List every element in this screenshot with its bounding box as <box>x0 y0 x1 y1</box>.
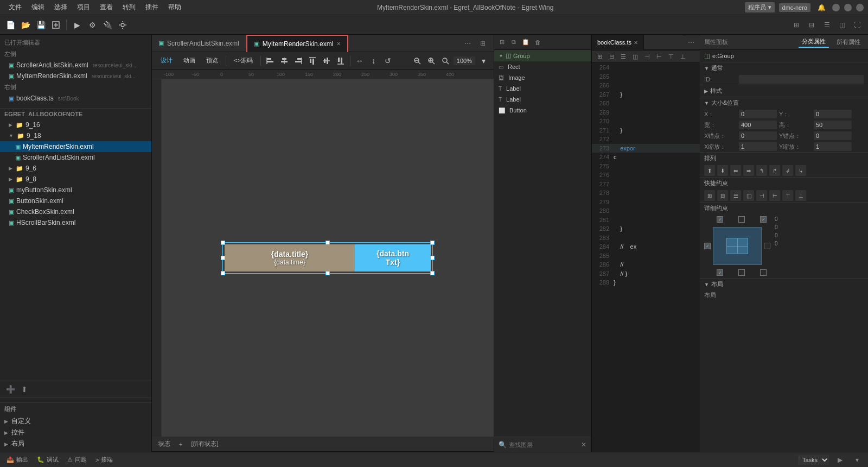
constraint-bottom-left[interactable] <box>717 269 723 276</box>
code-align7[interactable]: ⊤ <box>666 51 676 62</box>
flip-h-button[interactable]: ↔ <box>354 55 366 67</box>
zoom-dropdown-button[interactable]: ▾ <box>477 55 489 67</box>
constraint-top-right[interactable] <box>760 216 767 223</box>
code-align4[interactable]: ◫ <box>630 51 641 62</box>
user-badge[interactable]: 程序员 ▾ <box>745 2 774 12</box>
save-all-button[interactable] <box>50 19 62 31</box>
full-icon[interactable]: ⛶ <box>851 18 864 31</box>
all-states-tab[interactable]: [所有状态] <box>189 439 220 449</box>
save-button[interactable]: 💾 <box>35 19 47 31</box>
split-editor-button[interactable]: ⊞ <box>476 37 489 50</box>
debug-tab[interactable]: 🐛 调试 <box>35 455 61 465</box>
run-button[interactable]: ▶ <box>71 19 83 31</box>
rotate-button[interactable]: ↺ <box>382 55 394 67</box>
right-file-bookclass[interactable]: ▣ bookClass.ts src\Book <box>0 93 151 104</box>
props-tab-all[interactable]: 所有属性 <box>833 37 864 47</box>
flip-v-button[interactable]: ↕ <box>368 55 380 67</box>
design-element[interactable]: {data.title} {data.time} {data.btn Txt} <box>225 244 431 272</box>
code-align5[interactable]: ⊣ <box>642 51 653 62</box>
add-state-button[interactable]: + <box>177 440 184 449</box>
tree-item-mybuttonskin[interactable]: ▣ myButtonSkin.exml <box>0 185 151 195</box>
shortcut-btn-8[interactable]: ⊥ <box>795 190 806 201</box>
common-section-title[interactable]: ▼ 通常 <box>700 62 868 74</box>
handle-tr[interactable] <box>430 241 435 245</box>
align-btn-6[interactable]: ↱ <box>769 165 780 176</box>
shortcut-btn-3[interactable]: ☰ <box>730 190 741 201</box>
align-btn-7[interactable]: ↲ <box>782 165 793 176</box>
x-input[interactable] <box>739 110 777 118</box>
layer-label2[interactable]: T Label <box>494 94 591 105</box>
align-right-button[interactable] <box>292 55 304 67</box>
layer-copy-button[interactable]: ⧉ <box>508 37 519 48</box>
canvas-content[interactable]: {data.title} {data.time} {data.btn Txt} <box>162 79 494 437</box>
handle-bc[interactable] <box>326 271 330 275</box>
tree-item-9_18[interactable]: ▼ 📁 9_18 <box>0 130 151 141</box>
id-input[interactable] <box>739 75 864 84</box>
state-tab[interactable]: 状态 <box>156 439 173 449</box>
plugin-button[interactable]: 🔌 <box>101 19 113 31</box>
align-btn-8[interactable]: ↳ <box>795 165 806 176</box>
w-input[interactable] <box>739 121 777 129</box>
layer-search-close[interactable]: ✕ <box>581 441 586 449</box>
tree-item-myitem-skin[interactable]: ▣ MyItemRenderSkin.exml <box>0 141 151 152</box>
align-left-button[interactable] <box>264 55 276 67</box>
yanchor-input[interactable] <box>814 131 852 140</box>
code-align8[interactable]: ⊥ <box>678 51 688 62</box>
shortcut-btn-1[interactable]: ⊞ <box>704 190 715 201</box>
comp-custom[interactable]: ▶ 自定义 <box>0 415 151 427</box>
problems-tab[interactable]: ⚠ 问题 <box>65 455 89 465</box>
task-run-icon[interactable]: ▶ <box>833 453 846 466</box>
menu-plugin[interactable]: 插件 <box>141 2 163 13</box>
notification-icon[interactable]: 🔔 <box>815 1 828 14</box>
comp-layout[interactable]: ▶ 布局 <box>0 438 151 450</box>
constraint-top-center[interactable] <box>738 216 745 223</box>
menu-goto[interactable]: 转到 <box>118 2 140 13</box>
y-input[interactable] <box>814 110 852 118</box>
code-align6[interactable]: ⊢ <box>654 51 665 62</box>
zoom-value[interactable]: 100% <box>454 56 475 65</box>
settings-button[interactable] <box>117 19 129 31</box>
layer-grid-button[interactable]: ⊞ <box>496 37 507 48</box>
align-btn-1[interactable]: ⬆ <box>704 165 715 176</box>
shortcut-btn-4[interactable]: ◫ <box>743 190 754 201</box>
align-top-button[interactable] <box>307 55 318 67</box>
layer-label1[interactable]: T Label <box>494 83 591 94</box>
terminal-tab[interactable]: > 接端 <box>93 455 115 465</box>
design-mode-button[interactable]: 设计 <box>156 55 177 66</box>
xscale-input[interactable] <box>739 142 777 151</box>
comp-control[interactable]: ▶ 控件 <box>0 427 151 438</box>
size-section-title[interactable]: ▼ 大小&位置 <box>700 97 868 109</box>
build-button[interactable]: ⚙ <box>86 19 98 31</box>
layout-icon[interactable]: ⊞ <box>790 18 803 31</box>
menu-view[interactable]: 查看 <box>95 2 117 13</box>
layer-paste-button[interactable]: 📋 <box>520 37 531 48</box>
new-file-button[interactable]: 📄 <box>4 19 16 31</box>
constraint-bottom-center[interactable] <box>738 269 745 276</box>
align-btn-5[interactable]: ↰ <box>756 165 767 176</box>
align-btn-4[interactable]: ➡ <box>743 165 754 176</box>
tree-item-9_16[interactable]: ▶ 📁 9_16 <box>0 119 151 130</box>
menu-select[interactable]: 选择 <box>50 2 72 13</box>
more-tabs-button[interactable]: ⋯ <box>461 37 474 50</box>
align-btn-3[interactable]: ⬅ <box>730 165 741 176</box>
shortcut-btn-7[interactable]: ⊤ <box>782 190 793 201</box>
layer-group[interactable]: ▼ ◫ Group <box>494 50 591 61</box>
code-align3[interactable]: ☰ <box>618 51 629 62</box>
layer-button[interactable]: ⬜ Button <box>494 105 591 116</box>
zoom-fit-button[interactable] <box>425 55 437 67</box>
yscale-input[interactable] <box>814 142 852 151</box>
task-more-icon[interactable]: ▾ <box>851 453 864 466</box>
minimize-button[interactable] <box>832 4 840 11</box>
constraint-top-left[interactable] <box>717 216 723 223</box>
tree-item-checkboxskin[interactable]: ▣ CheckBoxSkin.exml <box>0 206 151 217</box>
layer-search-input[interactable] <box>509 441 581 448</box>
code-tab-close[interactable]: ✕ <box>634 40 638 46</box>
zoom-out-button[interactable] <box>411 55 423 67</box>
menu-file[interactable]: 文件 <box>4 2 26 13</box>
preview-mode-button[interactable]: 预览 <box>202 55 222 66</box>
shortcut-btn-2[interactable]: ⊟ <box>717 190 728 201</box>
constraint-left[interactable] <box>704 243 711 249</box>
left-file-scroller[interactable]: ▣ ScrollerAndListSkin.exml resource\eui_… <box>0 60 151 71</box>
task-select[interactable]: Tasks <box>798 455 829 465</box>
handle-bl[interactable] <box>221 271 225 275</box>
